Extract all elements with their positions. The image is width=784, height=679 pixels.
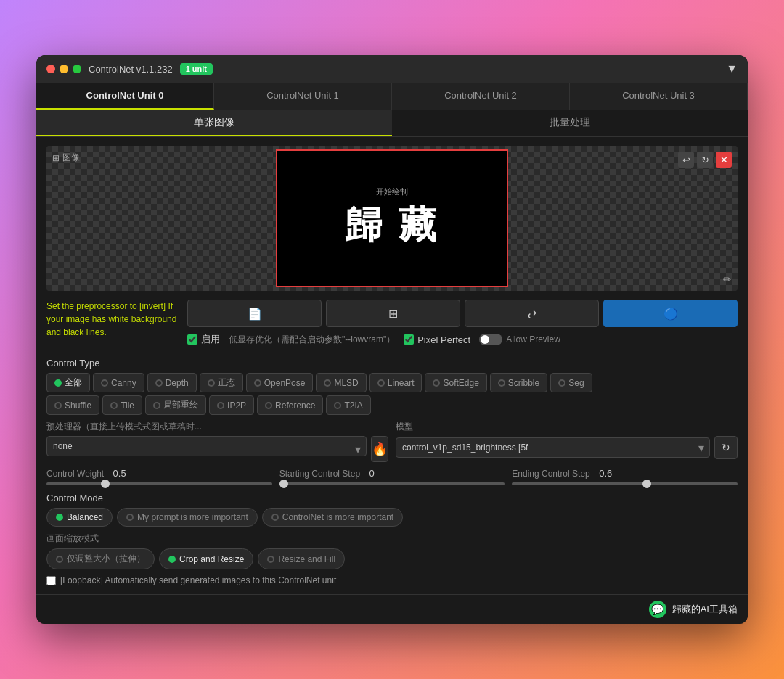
preprocessor-label: 预处理器（直接上传模式式图或草稿时... bbox=[46, 421, 388, 433]
mode-prompt[interactable]: My prompt is more important bbox=[117, 508, 258, 527]
ctrl-type-shuffle[interactable]: Shuffle bbox=[46, 395, 99, 415]
scale-mode-label: 画面缩放模式 bbox=[46, 532, 738, 545]
ctrl-type-scribble[interactable]: Scribble bbox=[490, 373, 547, 392]
tab-unit-0[interactable]: ControlNet Unit 0 bbox=[36, 83, 214, 110]
model-col-label: 模型 bbox=[396, 421, 738, 433]
image-area: ⊞ 图像 开始绘制 歸 藏 ↩ ↻ ✕ ✏ bbox=[46, 146, 738, 291]
sub-tab-single[interactable]: 单张图像 bbox=[36, 110, 392, 136]
scale-crop[interactable]: Crop and Resize bbox=[159, 548, 253, 569]
scale-stretch[interactable]: 仅调整大小（拉伸） bbox=[46, 548, 155, 569]
image-subtitle: 开始绘制 bbox=[376, 186, 408, 197]
undo-button[interactable]: ↩ bbox=[678, 152, 694, 168]
enable-checkbox-label[interactable]: 启用 bbox=[187, 333, 220, 346]
tab-unit-2[interactable]: ControlNet Unit 2 bbox=[392, 83, 570, 110]
loopback-label: [Loopback] Automatically send generated … bbox=[60, 575, 336, 585]
preprocessor-select[interactable]: none bbox=[46, 436, 367, 456]
window-title: ControlNet v1.1.232 bbox=[89, 64, 173, 75]
control-mode-section: Control Mode Balanced My prompt is more … bbox=[46, 493, 738, 527]
mode-balanced[interactable]: Balanced bbox=[46, 508, 113, 527]
ctrl-type-inpaint[interactable]: 局部重绘 bbox=[145, 395, 206, 415]
model-select-wrap: control_v1p_sd15_brightness [5f bbox=[396, 437, 710, 458]
control-weight-group: Control Weight 0.5 bbox=[46, 466, 272, 480]
main-window: ControlNet v1.1.232 1 unit ▼ ControlNet … bbox=[36, 55, 748, 624]
starting-step-slider[interactable] bbox=[279, 482, 505, 485]
upload-button[interactable]: 📄 bbox=[187, 300, 322, 327]
enable-checkbox[interactable] bbox=[187, 334, 197, 345]
control-type-row-1: 全部 Canny Depth 正态 OpenPose MLSD Lineart … bbox=[46, 373, 738, 392]
ctrl-type-t2ia[interactable]: T2IA bbox=[326, 395, 370, 415]
clear-image-button[interactable]: ✕ bbox=[716, 152, 732, 168]
unit-badge: 1 unit bbox=[180, 63, 213, 75]
ctrl-type-lineart[interactable]: Lineart bbox=[369, 373, 422, 392]
model-refresh-button[interactable]: ↻ bbox=[714, 436, 738, 459]
ctrl-type-tile[interactable]: Tile bbox=[102, 395, 142, 415]
sliders-row bbox=[46, 482, 738, 485]
preprocessor-run-button[interactable]: 🔥 bbox=[371, 436, 388, 462]
ctrl-type-depth[interactable]: Depth bbox=[147, 373, 197, 392]
ctrl-type-ip2p[interactable]: IP2P bbox=[209, 395, 254, 415]
starting-step-group: Starting Control Step 0 bbox=[279, 466, 505, 480]
control-type-row-2: Shuffle Tile 局部重绘 IP2P Reference T2IA bbox=[46, 395, 738, 415]
lowvram-label: 低显存优化（需配合启动参数"--lowvram"） bbox=[229, 334, 395, 346]
pixel-perfect-label[interactable]: Pixel Perfect bbox=[404, 334, 470, 345]
sub-tab-batch[interactable]: 批量处理 bbox=[392, 110, 748, 136]
checker-background[interactable]: 开始绘制 歸 藏 ↩ ↻ ✕ ✏ bbox=[46, 146, 738, 291]
maximize-button[interactable] bbox=[73, 65, 81, 73]
close-button[interactable] bbox=[46, 65, 55, 73]
model-select[interactable]: control_v1p_sd15_brightness [5f bbox=[396, 437, 710, 458]
control-mode-group: Balanced My prompt is more important Con… bbox=[46, 508, 738, 527]
control-weight-slider[interactable] bbox=[46, 482, 272, 485]
model-row: control_v1p_sd15_brightness [5f ↻ bbox=[396, 436, 738, 459]
ctrl-type-openpose[interactable]: OpenPose bbox=[246, 373, 314, 392]
ending-step-label: Ending Control Step bbox=[512, 469, 589, 479]
control-mode-label: Control Mode bbox=[46, 493, 738, 503]
control-weight-label: Control Weight bbox=[46, 469, 104, 479]
ending-step-slider[interactable] bbox=[512, 482, 738, 485]
control-weight-value: 0.5 bbox=[113, 468, 126, 479]
ctrl-type-seg[interactable]: Seg bbox=[550, 373, 592, 392]
watermark: 💬 歸藏的AI工具箱 bbox=[649, 601, 738, 618]
control-type-label: Control Type bbox=[46, 358, 738, 369]
tabs-row: ControlNet Unit 0 ControlNet Unit 1 Cont… bbox=[36, 83, 748, 110]
ctrl-type-all[interactable]: 全部 bbox=[46, 373, 90, 392]
titlebar: ControlNet v1.1.232 1 unit ▼ bbox=[36, 55, 748, 83]
swap-button[interactable]: ⇄ bbox=[465, 300, 599, 327]
pixel-perfect-checkbox[interactable] bbox=[404, 334, 414, 345]
tab-unit-1[interactable]: ControlNet Unit 1 bbox=[214, 83, 392, 110]
watermark-text: 歸藏的AI工具箱 bbox=[672, 603, 738, 616]
image-main-title: 歸 藏 bbox=[345, 200, 439, 251]
preprocessor-select-wrap: none bbox=[46, 436, 367, 462]
loopback-checkbox[interactable] bbox=[46, 576, 56, 585]
ctrl-type-reference[interactable]: Reference bbox=[257, 395, 323, 415]
ctrl-type-canny[interactable]: Canny bbox=[93, 373, 144, 392]
ctrl-type-softedge[interactable]: SoftEdge bbox=[425, 373, 486, 392]
ctrl-type-mlsd[interactable]: MLSD bbox=[316, 373, 366, 392]
center-image-box: 开始绘制 歸 藏 bbox=[276, 149, 508, 287]
grid-button[interactable]: ⊞ bbox=[326, 300, 460, 327]
ending-step-group: Ending Control Step 0.6 bbox=[512, 466, 738, 480]
menu-icon[interactable]: ▼ bbox=[726, 62, 738, 75]
image-label: ⊞ 图像 bbox=[52, 152, 80, 164]
allow-preview-toggle-wrap: Allow Preview bbox=[479, 334, 560, 345]
starting-step-label: Starting Control Step bbox=[279, 469, 360, 479]
tab-unit-3[interactable]: ControlNet Unit 3 bbox=[570, 83, 748, 110]
loopback-row: [Loopback] Automatically send generated … bbox=[46, 575, 738, 585]
refresh-image-button[interactable]: ↻ bbox=[697, 152, 713, 168]
preprocessor-col: 预处理器（直接上传模式式图或草稿时... none 🔥 bbox=[46, 421, 388, 462]
preview-button[interactable]: 🔵 bbox=[603, 300, 738, 327]
enable-row: 启用 低显存优化（需配合启动参数"--lowvram"） Pixel Perfe… bbox=[187, 333, 738, 346]
model-col: 模型 control_v1p_sd15_brightness [5f ↻ bbox=[396, 421, 738, 462]
image-icon: ⊞ bbox=[52, 153, 60, 163]
scale-mode-section: 画面缩放模式 仅调整大小（拉伸） Crop and Resize Resize … bbox=[46, 532, 738, 569]
allow-preview-toggle[interactable] bbox=[479, 334, 502, 345]
image-controls: ↩ ↻ ✕ bbox=[678, 152, 732, 168]
mode-controlnet[interactable]: ControlNet is more important bbox=[262, 508, 403, 527]
scale-fill[interactable]: Resize and Fill bbox=[258, 548, 345, 569]
icon-buttons-row: 📄 ⊞ ⇄ 🔵 bbox=[187, 300, 738, 327]
preprocessor-model-row: 预处理器（直接上传模式式图或草稿时... none 🔥 模型 control_v bbox=[46, 421, 738, 462]
allow-preview-label: Allow Preview bbox=[506, 334, 560, 345]
bottom-bar: 💬 歸藏的AI工具箱 bbox=[36, 594, 748, 624]
wechat-icon: 💬 bbox=[649, 601, 666, 618]
ctrl-type-normal[interactable]: 正态 bbox=[200, 373, 243, 392]
minimize-button[interactable] bbox=[60, 65, 68, 73]
